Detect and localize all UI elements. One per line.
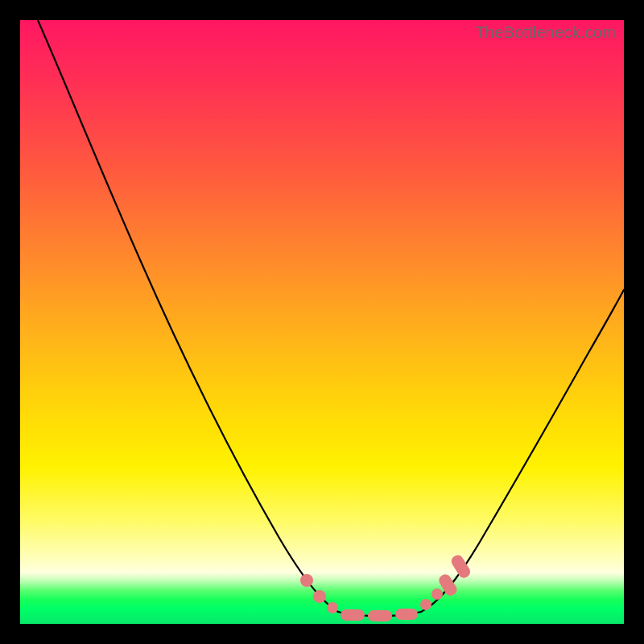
marker-pill bbox=[395, 609, 418, 620]
marker-dot bbox=[420, 599, 431, 610]
watermark-text: TheBottleneck.com bbox=[475, 23, 616, 42]
marker-dot bbox=[327, 602, 338, 613]
plot-area: TheBottleneck.com bbox=[20, 20, 624, 624]
marker-dot bbox=[300, 574, 313, 587]
marker-pill bbox=[341, 609, 365, 621]
chart-frame: TheBottleneck.com bbox=[0, 0, 644, 644]
marker-pill-steep bbox=[449, 553, 473, 580]
marker-pill bbox=[368, 610, 392, 621]
curve-right-branch bbox=[421, 290, 624, 612]
chart-svg bbox=[20, 20, 624, 624]
markers-group bbox=[300, 553, 473, 621]
curve-left-branch bbox=[38, 20, 338, 612]
marker-dot bbox=[431, 588, 443, 600]
marker-dot bbox=[313, 590, 326, 603]
